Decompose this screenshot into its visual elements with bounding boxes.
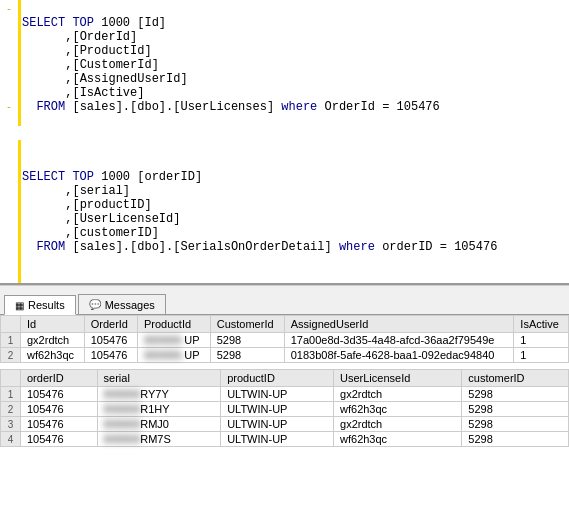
orderid-cell: 105476 <box>84 348 137 363</box>
serial-cell: XXXXXRY7Y <box>97 387 221 402</box>
userlicenseid-cell: wf62h3qc <box>334 402 462 417</box>
messages-icon: 💬 <box>89 299 101 310</box>
customerid-cell-2: 5298 <box>462 387 569 402</box>
query1-indicator <box>18 0 21 126</box>
serial-cell: XXXXXRMJ0 <box>97 417 221 432</box>
orderid-cell: 105476 <box>84 333 137 348</box>
tab-messages[interactable]: 💬 Messages <box>78 294 166 314</box>
productid-cell-2: ULTWIN-UP <box>221 402 334 417</box>
id-cell: wf62h3qc <box>21 348 85 363</box>
row-num-2: 1 <box>1 387 21 402</box>
customerid-cell: 5298 <box>210 333 284 348</box>
assigneduserid-cell: 17a00e8d-3d35-4a48-afcd-36aa2f79549e <box>284 333 514 348</box>
table-row: 3 105476 XXXXXRMJ0 ULTWIN-UP gx2rdtch 52… <box>1 417 569 432</box>
customerid-cell-2: 5298 <box>462 402 569 417</box>
col-isactive: IsActive <box>514 316 569 333</box>
blurred-serial: XXXXX <box>104 403 141 415</box>
orderid-cell-2: 105476 <box>21 432 98 447</box>
tab-results-label: Results <box>28 299 65 311</box>
table-row: 2 105476 XXXXXR1HY ULTWIN-UP wf62h3qc 52… <box>1 402 569 417</box>
col-assigneduserid: AssignedUserId <box>284 316 514 333</box>
editor-scrollbar[interactable] <box>0 285 569 293</box>
row-num-2: 2 <box>1 402 21 417</box>
isactive-cell: 1 <box>514 333 569 348</box>
serial-cell: XXXXXRM7S <box>97 432 221 447</box>
result-table-1: Id OrderId ProductId CustomerId Assigned… <box>0 315 569 363</box>
blurred-serial: XXXXX <box>104 433 141 445</box>
table-row: 1 gx2rdtch 105476 XXXXX-UP 5298 17a00e8d… <box>1 333 569 348</box>
userlicenseid-cell: gx2rdtch <box>334 417 462 432</box>
col-productid: ProductId <box>137 316 210 333</box>
gutter-minus-2[interactable]: - <box>0 100 18 114</box>
blurred-serial: XXXXX <box>104 418 141 430</box>
userlicenseid-cell: gx2rdtch <box>334 387 462 402</box>
row-num: 1 <box>1 333 21 348</box>
productid-cell-2: ULTWIN-UP <box>221 387 334 402</box>
col-serial: serial <box>97 370 221 387</box>
userlicenseid-cell: wf62h3qc <box>334 432 462 447</box>
col-num-header-2 <box>1 370 21 387</box>
sql-text[interactable]: SELECT TOP 1000 [Id] ,[OrderId] ,[Produc… <box>18 0 569 283</box>
gutter-minus-1[interactable]: - <box>0 2 18 16</box>
col-orderid: OrderId <box>84 316 137 333</box>
tab-results[interactable]: ▦ Results <box>4 295 76 315</box>
blurred-text: XXXXX- <box>144 334 184 346</box>
orderid-cell-2: 105476 <box>21 402 98 417</box>
results-container: Id OrderId ProductId CustomerId Assigned… <box>0 315 569 514</box>
productid-cell: XXXXX-UP <box>137 348 210 363</box>
serial-cell: XXXXXR1HY <box>97 402 221 417</box>
tabs-bar: ▦ Results 💬 Messages <box>0 293 569 315</box>
row-num-2: 3 <box>1 417 21 432</box>
serialsonorderdetail-table: orderID serial productID UserLicenseId c… <box>0 369 569 447</box>
row-num-2: 4 <box>1 432 21 447</box>
col-customerid-2: customerID <box>462 370 569 387</box>
results-icon: ▦ <box>15 300 24 311</box>
col-customerid: CustomerId <box>210 316 284 333</box>
productid-cell-2: ULTWIN-UP <box>221 432 334 447</box>
userlicenses-table: Id OrderId ProductId CustomerId Assigned… <box>0 315 569 363</box>
col-id: Id <box>21 316 85 333</box>
col-num-header <box>1 316 21 333</box>
tab-messages-label: Messages <box>105 299 155 311</box>
blurred-serial: XXXXX <box>104 388 141 400</box>
row-num: 2 <box>1 348 21 363</box>
table-row: 1 105476 XXXXXRY7Y ULTWIN-UP gx2rdtch 52… <box>1 387 569 402</box>
customerid-cell-2: 5298 <box>462 432 569 447</box>
productid-cell-2: ULTWIN-UP <box>221 417 334 432</box>
customerid-cell-2: 5298 <box>462 417 569 432</box>
orderid-cell-2: 105476 <box>21 387 98 402</box>
results-area: Id OrderId ProductId CustomerId Assigned… <box>0 315 569 514</box>
id-cell: gx2rdtch <box>21 333 85 348</box>
line-gutter: - - <box>0 0 18 283</box>
orderid-cell-2: 105476 <box>21 417 98 432</box>
col-userlicenseid: UserLicenseId <box>334 370 462 387</box>
col-orderid-2: orderID <box>21 370 98 387</box>
table-row: 2 wf62h3qc 105476 XXXXX-UP 5298 0183b08f… <box>1 348 569 363</box>
assigneduserid-cell: 0183b08f-5afe-4628-baa1-092edac94840 <box>284 348 514 363</box>
productid-cell: XXXXX-UP <box>137 333 210 348</box>
query2-indicator <box>18 140 21 285</box>
blurred-text: XXXXX- <box>144 349 184 361</box>
sql-editor[interactable]: - - SELECT TOP 1000 [Id] ,[OrderId] ,[Pr… <box>0 0 569 285</box>
customerid-cell: 5298 <box>210 348 284 363</box>
table-row: 4 105476 XXXXXRM7S ULTWIN-UP wf62h3qc 52… <box>1 432 569 447</box>
col-productid-2: productID <box>221 370 334 387</box>
isactive-cell: 1 <box>514 348 569 363</box>
result-table-2: orderID serial productID UserLicenseId c… <box>0 369 569 447</box>
